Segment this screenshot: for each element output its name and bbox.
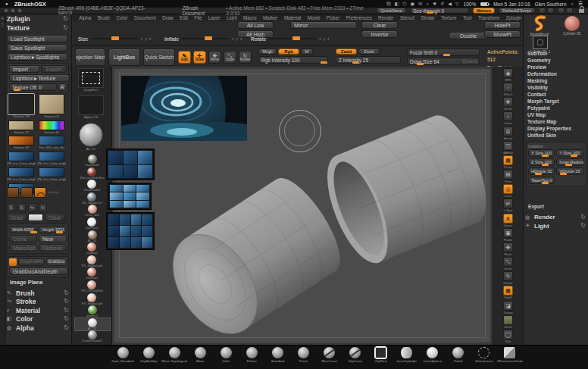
brush-preset-icons[interactable] [558, 8, 573, 14]
texture-thumbnail[interactable]: Texture Off [7, 94, 36, 119]
edit-mode-button[interactable]: ✎Edit [178, 51, 191, 64]
palette-menu-item[interactable]: Material [281, 15, 305, 20]
right-shelf-button[interactable]: ▦ Persp [503, 155, 513, 169]
flip-icon[interactable]: ⇋ [28, 203, 36, 211]
material-item[interactable]: RS_OKclayRed [81, 280, 102, 293]
showpt-button[interactable]: ShowPt [484, 30, 521, 38]
texture-off-slider[interactable]: Texture Off. 0 [9, 83, 57, 91]
brush-shortcut[interactable]: Move Topological [161, 347, 187, 368]
grabdoc-button[interactable]: GrabDoc [46, 258, 67, 266]
texture-palette-header[interactable]: Texture↻ [7, 23, 70, 33]
spotlight-swatch[interactable] [20, 187, 33, 198]
texture-thumbnail[interactable]: Texture 01 [37, 94, 66, 119]
grabdoc-icon[interactable] [9, 258, 17, 266]
right-shelf-button[interactable]: ↻ Rotate [503, 271, 513, 285]
grad-button[interactable]: Grad [7, 214, 27, 221]
zsub-button[interactable]: Zsub [358, 48, 380, 55]
quick-sketch-button[interactable]: Quick Sketch [143, 48, 175, 66]
right-shelf-button[interactable]: ◪ Transp [503, 301, 513, 314]
right-shelf-button[interactable]: ⋔ Xpose [503, 214, 513, 227]
palette-menu-item[interactable]: Preferences [343, 15, 375, 20]
initialize-slider[interactable]: HDivide 32 [528, 167, 555, 175]
docked-palette-row[interactable]: ◍ Render ↻ [525, 213, 587, 222]
rotate-mode-button[interactable]: ↻Rotate [239, 51, 252, 64]
draw-size-slider[interactable]: Draw Size 64 Dynamic [407, 58, 480, 65]
export-section-header[interactable]: Export [528, 204, 544, 209]
material-item[interactable]: AL_11 [75, 318, 110, 331]
material-item[interactable]: RS_SoubyLight [82, 255, 103, 268]
image-plane-label[interactable]: Image Plane [7, 279, 70, 286]
rgb-button[interactable]: Rgb [278, 48, 299, 55]
palette-menu-item[interactable]: Color [113, 15, 130, 20]
palette-menu-item[interactable]: File [191, 15, 205, 20]
current-alpha-thumbnail[interactable]: Alpha Off [77, 95, 105, 120]
inflate-slider[interactable]: Inflate x y z [164, 35, 242, 42]
canvas-3d-meshes[interactable] [112, 67, 493, 345]
material-item[interactable]: MatCap Red Wax [80, 167, 104, 180]
initialize-slider[interactable]: X Size 100 [528, 149, 555, 157]
menus-toggle-button[interactable]: Menus [473, 8, 495, 14]
texture-thumbnail[interactable]: Texture 02 [7, 136, 36, 150]
tray-edge-strip[interactable]: ⊟⣿ [0, 14, 6, 345]
brush-shortcut[interactable]: Flatten [239, 347, 264, 368]
right-shelf-button[interactable]: ⌕ Zoom [503, 111, 513, 125]
material-item[interactable]: Torso_skin [85, 205, 99, 217]
texture-thumbnail[interactable]: Tex_001_sea_thr [37, 136, 66, 150]
zadd-button[interactable]: Zadd [336, 48, 357, 55]
initialize-header[interactable]: Initialize [528, 144, 584, 149]
draw-mode-button[interactable]: ✛Draw [193, 51, 206, 64]
palette-menu-item[interactable]: Light [224, 15, 240, 20]
initialize-slider[interactable]: Y Size 100 [556, 149, 584, 157]
material-item[interactable]: AL_04 [88, 230, 97, 243]
status-icon[interactable]: ↺ [440, 1, 444, 8]
texture-thumbnail[interactable]: Texture 40 [37, 120, 66, 135]
right-shelf-button[interactable]: ▣ Frame [503, 228, 513, 242]
brush-shortcut[interactable]: SelectLasso [471, 347, 497, 368]
status-icon[interactable]: ▽ [455, 1, 459, 8]
initialize-slider[interactable]: Inner Radius [556, 158, 584, 166]
brush-shortcut[interactable]: ZRemesherGuide [497, 347, 523, 368]
default-zscript-button[interactable]: DefaultZScript [499, 8, 535, 14]
palette-menu-item[interactable]: Marker [260, 15, 281, 20]
subpalette-header[interactable]: Contact [524, 91, 588, 98]
double-button[interactable]: Double [449, 32, 488, 39]
subpalette-header[interactable]: Morph Target [524, 98, 588, 105]
subpalette-header[interactable]: Texture Map [524, 118, 588, 125]
brush-shortcut[interactable]: Polish [446, 347, 471, 368]
right-shelf-button[interactable]: ▤ Floor [503, 170, 513, 183]
subpalette-header[interactable]: Preview [524, 64, 588, 70]
palette-menu-item[interactable]: Document [131, 15, 159, 20]
palette-refresh-icon[interactable]: ↻ [580, 223, 586, 229]
zplugin-palette-header[interactable]: Zplugin↻ [7, 14, 70, 23]
lock-icon[interactable] [579, 9, 584, 13]
brush-shortcut[interactable]: SliceCurve [317, 347, 342, 368]
save-spotlight-button[interactable]: Save Spotlight [7, 44, 67, 52]
all-low-button[interactable]: All Low [237, 21, 274, 29]
status-icon[interactable]: ❖ [433, 1, 436, 8]
spotlight-swatch[interactable] [7, 187, 19, 198]
spotlight-photo-grid[interactable] [106, 212, 155, 250]
material-item[interactable]: RS_SoubyLight [82, 293, 103, 306]
palette-menu-item[interactable]: Macro [240, 15, 260, 20]
m-button[interactable]: M [301, 48, 313, 55]
texture-thumbnail[interactable]: ZB_Ice_Cave_img0 [37, 167, 66, 182]
palette-refresh-icon[interactable]: ↻ [64, 290, 69, 296]
material-item[interactable]: noabey3 [86, 267, 98, 280]
brush-shortcut[interactable]: Pinch [290, 347, 316, 368]
inverse-button[interactable]: Inverse [361, 30, 398, 38]
subpalette-header[interactable]: Deformation [524, 70, 588, 77]
export-texture-button[interactable]: Export [41, 65, 67, 73]
current-stroke-thumbnail[interactable]: DragRect [77, 68, 105, 92]
right-shelf-button[interactable]: ⬚ Ghost [503, 315, 513, 329]
texture-thumbnail[interactable]: Texture 27 [7, 120, 36, 135]
rotate-icon[interactable]: ↻ [39, 203, 47, 211]
focal-shift-slider[interactable]: Focal Shift 0 [407, 48, 480, 56]
right-shelf-button[interactable]: ⇌ L.Sym [503, 199, 513, 212]
palette-menu-item[interactable]: Stroke [418, 15, 438, 20]
spotlight-search-icon[interactable]: ⌕ [571, 1, 574, 7]
docked-palette-row[interactable]: ◍ Alpha ↻ [7, 324, 70, 333]
z-intensity-slider[interactable]: Z Intensity 25 [336, 56, 401, 64]
spotlight-sphere-grid[interactable] [108, 183, 152, 210]
docked-palette-row[interactable]: 〜 Stroke ↻ [7, 298, 70, 307]
palette-menu-item[interactable]: Tool [460, 15, 475, 20]
